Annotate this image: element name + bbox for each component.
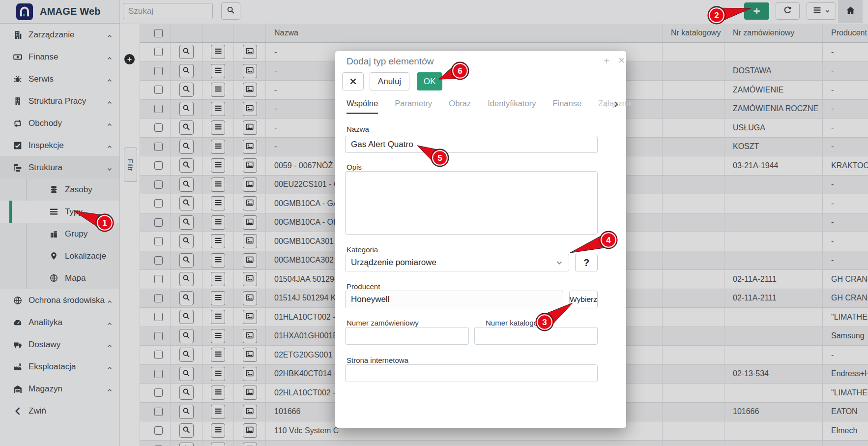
row-checkbox[interactable] — [154, 313, 163, 321]
row-menu-button[interactable] — [211, 405, 225, 419]
row-checkbox[interactable] — [154, 199, 163, 208]
row-search-button[interactable] — [179, 234, 194, 248]
sidebar-item-zwiń[interactable]: Zwiń — [0, 400, 119, 422]
chevron-left-icon[interactable] — [603, 101, 609, 108]
cancel-button[interactable]: Anuluj — [370, 72, 409, 90]
row-menu-button[interactable] — [211, 140, 225, 154]
row-image-button[interactable] — [243, 386, 257, 400]
row-checkbox[interactable] — [154, 256, 163, 265]
row-checkbox[interactable] — [154, 370, 163, 378]
sidebar-item-eksploatacja[interactable]: Eksploatacja — [0, 356, 119, 378]
row-menu-button[interactable] — [211, 234, 225, 248]
row-search-button[interactable] — [179, 348, 194, 362]
row-menu-button[interactable] — [211, 102, 225, 116]
sidebar-item-analityka[interactable]: Analityka — [0, 311, 119, 333]
strona-internetowa-input[interactable] — [345, 364, 598, 382]
row-menu-button[interactable] — [211, 158, 225, 173]
row-image-button[interactable] — [243, 158, 257, 173]
sidebar-item-dostawy[interactable]: Dostawy — [0, 333, 119, 356]
row-search-button[interactable] — [179, 367, 194, 381]
row-search-button[interactable] — [179, 215, 194, 230]
kategoria-select[interactable]: Urządzenie pomiarowe — [345, 254, 569, 271]
nazwa-input[interactable] — [345, 136, 598, 153]
home-button[interactable] — [838, 0, 863, 23]
row-menu-button[interactable] — [211, 83, 225, 97]
row-checkbox[interactable] — [154, 237, 163, 245]
row-image-button[interactable] — [243, 253, 257, 268]
producent-input[interactable] — [345, 291, 563, 308]
row-image-button[interactable] — [243, 348, 257, 362]
row-checkbox[interactable] — [154, 180, 163, 189]
row-checkbox[interactable] — [154, 123, 163, 132]
row-checkbox[interactable] — [154, 218, 163, 227]
row-menu-button[interactable] — [211, 386, 225, 400]
sidebar-item-struktura[interactable]: Struktura — [0, 156, 119, 178]
row-image-button[interactable] — [243, 102, 257, 116]
numer-zamowieniowy-input[interactable] — [345, 327, 469, 345]
row-image-button[interactable] — [243, 196, 257, 210]
row-menu-button[interactable] — [211, 367, 225, 381]
opis-textarea[interactable] — [345, 171, 598, 235]
row-search-button[interactable] — [179, 45, 194, 59]
row-image-button[interactable] — [243, 234, 257, 248]
sidebar-item-lokalizacje[interactable]: Lokalizacje — [0, 245, 119, 267]
row-image-button[interactable] — [243, 423, 257, 438]
row-search-button[interactable] — [179, 443, 194, 446]
row-image-button[interactable] — [243, 120, 257, 135]
sidebar-item-finanse[interactable]: Finanse — [0, 46, 119, 68]
dialog-close-button[interactable] — [342, 72, 364, 90]
select-all-checkbox[interactable] — [154, 29, 163, 37]
row-checkbox[interactable] — [154, 426, 163, 435]
row-menu-button[interactable] — [211, 196, 225, 210]
row-search-button[interactable] — [179, 83, 194, 97]
sidebar-item-typy[interactable]: Typy — [0, 201, 119, 223]
row-image-button[interactable] — [243, 83, 257, 97]
row-search-button[interactable] — [179, 291, 194, 305]
row-checkbox[interactable] — [154, 294, 163, 302]
row-image-button[interactable] — [243, 310, 257, 324]
row-menu-button[interactable] — [211, 272, 225, 286]
sidebar-item-struktura-pracy[interactable]: Struktura Pracy — [0, 90, 119, 112]
sidebar-item-serwis[interactable]: Serwis — [0, 68, 119, 90]
row-checkbox[interactable] — [154, 275, 163, 283]
row-search-button[interactable] — [179, 120, 194, 135]
row-search-button[interactable] — [179, 310, 194, 324]
row-search-button[interactable] — [179, 140, 194, 154]
row-checkbox[interactable] — [154, 161, 163, 170]
refresh-button[interactable] — [776, 2, 800, 20]
row-search-button[interactable] — [179, 386, 194, 400]
row-image-button[interactable] — [243, 291, 257, 305]
row-checkbox[interactable] — [154, 48, 163, 56]
add-filter-button[interactable]: + — [124, 54, 135, 64]
row-menu-button[interactable] — [211, 291, 225, 305]
row-image-button[interactable] — [243, 405, 257, 419]
search-input[interactable] — [123, 3, 213, 19]
numer-katalogowy-input[interactable] — [474, 327, 598, 345]
row-search-button[interactable] — [179, 405, 194, 419]
sidebar-item-grupy[interactable]: Grupy — [0, 223, 119, 245]
row-search-button[interactable] — [179, 64, 194, 78]
sidebar-item-obchody[interactable]: Obchody — [0, 112, 119, 134]
row-checkbox[interactable] — [154, 408, 163, 416]
row-menu-button[interactable] — [211, 178, 225, 192]
ok-button[interactable]: OK — [417, 72, 442, 90]
row-menu-button[interactable] — [211, 253, 225, 268]
tab-wspólne[interactable]: Wspólne — [347, 99, 378, 114]
row-menu-button[interactable] — [211, 45, 225, 59]
row-checkbox[interactable] — [154, 143, 163, 151]
row-menu-button[interactable] — [211, 443, 225, 446]
row-image-button[interactable] — [243, 140, 257, 154]
row-checkbox[interactable] — [154, 86, 163, 94]
dialog-expand-icon[interactable]: + — [604, 56, 609, 66]
sidebar-item-mapa[interactable]: Mapa — [0, 267, 119, 289]
row-search-button[interactable] — [179, 272, 194, 286]
filter-tab[interactable]: Filtr — [124, 148, 137, 182]
dialog-close-icon[interactable]: × — [618, 55, 625, 66]
row-search-button[interactable] — [179, 329, 194, 343]
category-help-button[interactable]: ? — [575, 254, 598, 271]
row-search-button[interactable] — [179, 178, 194, 192]
tab-obraz[interactable]: Obraz — [449, 99, 471, 114]
row-image-button[interactable] — [243, 215, 257, 230]
producer-select-button[interactable]: Wybierz — [569, 291, 598, 308]
search-button[interactable] — [221, 2, 240, 20]
